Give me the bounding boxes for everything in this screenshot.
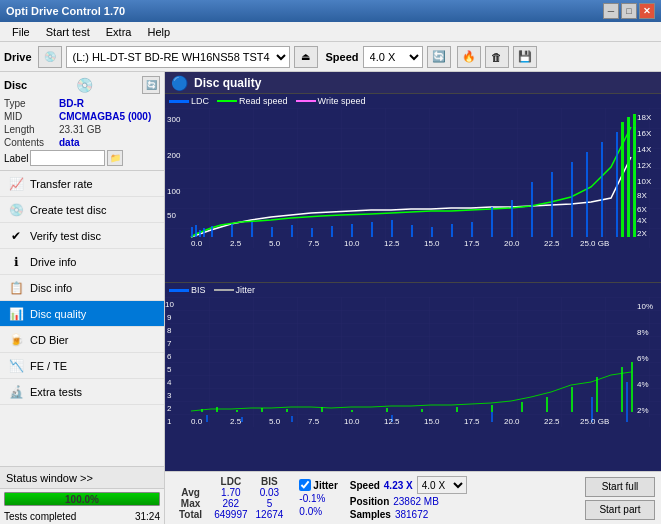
nav-transfer-rate[interactable]: 📈 Transfer rate [0, 171, 164, 197]
minimize-button[interactable]: ─ [603, 3, 619, 19]
disc-mid-row: MID CMCMAGBA5 (000) [4, 111, 160, 122]
chart-header: 🔵 Disc quality [165, 72, 661, 94]
start-full-btn[interactable]: Start full [585, 477, 655, 497]
svg-rect-83 [521, 402, 523, 412]
speed-label-stat: Speed [350, 480, 380, 491]
close-button[interactable]: ✕ [639, 3, 655, 19]
disc-label-label: Label [4, 153, 28, 164]
status-window-btn[interactable]: Status window >> [0, 467, 164, 489]
extra-tests-icon: 🔬 [8, 385, 24, 399]
nav-disc-info[interactable]: 📋 Disc info [0, 275, 164, 301]
maximize-button[interactable]: □ [621, 3, 637, 19]
svg-text:8%: 8% [637, 328, 649, 337]
nav-drive-info[interactable]: ℹ Drive info [0, 249, 164, 275]
svg-text:17.5: 17.5 [464, 239, 480, 248]
label-browse-btn[interactable]: 📁 [107, 150, 123, 166]
svg-rect-38 [601, 142, 603, 237]
save-btn[interactable]: 💾 [513, 46, 537, 68]
charts-area: LDC Read speed Write speed [165, 94, 661, 471]
svg-text:10X: 10X [637, 177, 652, 186]
speed-select-stat[interactable]: 4.0 X [417, 476, 467, 494]
svg-text:20.0: 20.0 [504, 417, 520, 426]
avg-label: Avg [171, 487, 210, 498]
nav-disc-quality-label: Disc quality [30, 308, 86, 320]
svg-rect-16 [199, 230, 201, 237]
svg-text:4%: 4% [637, 380, 649, 389]
refresh-btn[interactable]: 🔄 [427, 46, 451, 68]
svg-rect-79 [386, 408, 388, 412]
erase-btn[interactable]: 🗑 [485, 46, 509, 68]
svg-text:1: 1 [167, 417, 172, 426]
svg-rect-85 [571, 387, 573, 412]
svg-text:6: 6 [167, 352, 172, 361]
nav-create-test-disc[interactable]: 💿 Create test disc [0, 197, 164, 223]
svg-rect-86 [596, 377, 598, 412]
disc-length-row: Length 23.31 GB [4, 124, 160, 135]
disc-contents-label: Contents [4, 137, 59, 148]
svg-rect-95 [626, 382, 628, 422]
nav-fe-te[interactable]: 📉 FE / TE [0, 353, 164, 379]
svg-rect-34 [531, 182, 533, 237]
menu-start-test[interactable]: Start test [38, 24, 98, 40]
svg-text:2: 2 [167, 404, 172, 413]
svg-rect-31 [471, 222, 473, 237]
progress-section: 100.0% [0, 489, 164, 509]
jitter-checkbox[interactable] [299, 479, 311, 491]
svg-text:200: 200 [167, 151, 181, 160]
read-speed-legend-label: Read speed [239, 96, 288, 106]
menu-file[interactable]: File [4, 24, 38, 40]
disc-header: Disc 💿 🔄 [4, 76, 160, 94]
svg-rect-73 [216, 407, 218, 412]
jitter-legend-label: Jitter [236, 285, 256, 295]
drive-label: Drive [4, 51, 32, 63]
eject-btn[interactable]: ⏏ [294, 46, 318, 68]
svg-rect-82 [491, 405, 493, 412]
nav-disc-quality[interactable]: 📊 Disc quality [0, 301, 164, 327]
samples-value: 381672 [395, 509, 428, 520]
avg-jitter-val: -0.1% [299, 493, 325, 504]
svg-rect-91 [291, 416, 293, 422]
disc-type-row: Type BD-R [4, 98, 160, 109]
svg-text:6X: 6X [637, 205, 647, 214]
transfer-rate-icon: 📈 [8, 177, 24, 191]
disc-length-value: 23.31 GB [59, 124, 101, 135]
svg-rect-24 [331, 226, 333, 237]
nav-fe-te-label: FE / TE [30, 360, 67, 372]
svg-rect-75 [261, 408, 263, 412]
svg-rect-19 [231, 224, 233, 237]
drive-select[interactable]: (L:) HL-DT-ST BD-RE WH16NS58 TST4 [66, 46, 290, 68]
svg-rect-26 [371, 222, 373, 237]
avg-bis: 0.03 [252, 487, 288, 498]
disc-label-input[interactable] [30, 150, 105, 166]
svg-text:15.0: 15.0 [424, 239, 440, 248]
window-controls: ─ □ ✕ [603, 3, 655, 19]
svg-text:100: 100 [167, 187, 181, 196]
disc-info-icon: 📋 [8, 281, 24, 295]
nav-cd-bier[interactable]: 🍺 CD Bier [0, 327, 164, 353]
nav-extra-tests[interactable]: 🔬 Extra tests [0, 379, 164, 405]
start-part-btn[interactable]: Start part [585, 500, 655, 520]
disc-refresh-btn[interactable]: 🔄 [142, 76, 160, 94]
svg-rect-35 [551, 172, 553, 237]
svg-text:8X: 8X [637, 191, 647, 200]
svg-rect-80 [421, 409, 423, 412]
avg-ldc: 1.70 [210, 487, 251, 498]
disc-type-label: Type [4, 98, 59, 109]
burn-btn[interactable]: 🔥 [457, 46, 481, 68]
nav-verify-test-disc[interactable]: ✔ Verify test disc [0, 223, 164, 249]
create-test-disc-icon: 💿 [8, 203, 24, 217]
menu-help[interactable]: Help [139, 24, 178, 40]
nav-cd-bier-label: CD Bier [30, 334, 69, 346]
bottom-chart-svg: 10 9 8 7 6 5 4 3 2 1 10% 8% 6% 4% 2% [165, 297, 661, 427]
menu-bar: File Start test Extra Help [0, 22, 661, 42]
svg-text:2X: 2X [637, 229, 647, 238]
disc-label-row: Label 📁 [4, 150, 160, 166]
menu-extra[interactable]: Extra [98, 24, 140, 40]
action-buttons: Start full Start part [585, 477, 655, 520]
max-row: Max 262 5 [171, 498, 287, 509]
stats-section: LDC BIS Avg 1.70 0.03 Max 262 5 [165, 471, 661, 524]
drive-icon-btn[interactable]: 💿 [38, 46, 62, 68]
jitter-label: Jitter [313, 480, 337, 491]
svg-text:2.5: 2.5 [230, 417, 242, 426]
speed-select[interactable]: 4.0 X [363, 46, 423, 68]
